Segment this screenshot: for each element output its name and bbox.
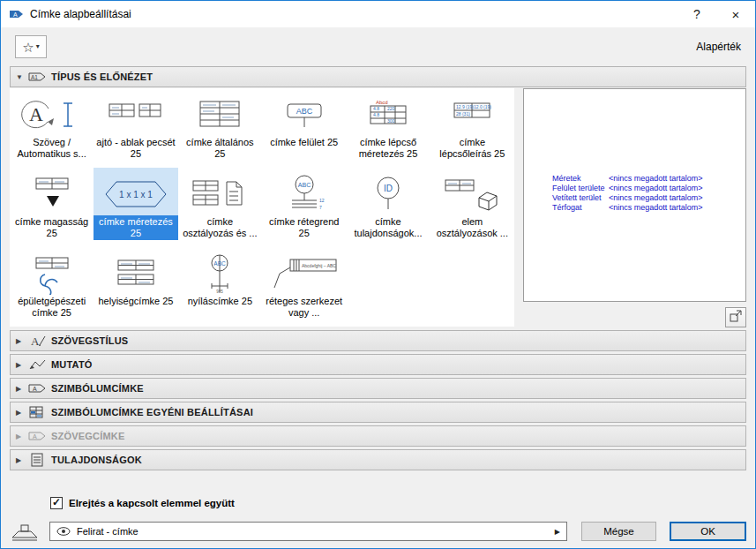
collapse-arrow-icon: ▶ bbox=[16, 361, 28, 369]
collapse-arrow-icon: ▶ bbox=[16, 409, 28, 417]
section-header-mutato[interactable]: ▶ MUTATÓ bbox=[10, 354, 746, 375]
hide-with-linked-row: ✓ Elrejtés a kapcsolt elemmel együtt bbox=[50, 497, 755, 509]
section-header-tulajdonsagok[interactable]: ▶ TULAJDONSÁGOK bbox=[10, 449, 746, 470]
svg-text:Abcd: Abcd bbox=[376, 100, 388, 105]
hide-with-linked-checkbox[interactable]: ✓ bbox=[50, 497, 63, 509]
preview-popout-button[interactable] bbox=[725, 307, 746, 327]
preview-column: Méretek<nincs megadott tartalom> Felület… bbox=[523, 88, 746, 327]
grid-item-label: címke rétegrend 25 bbox=[262, 215, 346, 240]
preview-field-value: <nincs megadott tartalom> bbox=[609, 193, 703, 202]
grid-item-label-stair-description[interactable]: 12.9 (19)12.0 (19)28 (31) címke lépcsőle… bbox=[430, 88, 514, 168]
grid-item-label: címke lépcső méretezés 25 bbox=[346, 136, 430, 161]
svg-text:220: 220 bbox=[387, 106, 395, 111]
grid-item-mep-label[interactable]: épületgépészeti címke 25 bbox=[10, 247, 94, 327]
element-settings-icon bbox=[10, 522, 41, 541]
grid-item-door-window-stamp[interactable]: ajtó - ablak pecsét 25 bbox=[94, 88, 177, 168]
label-layer-order-icon: ABC 127 bbox=[262, 168, 346, 215]
bottom-bar: Felirat - címke ▶ Mégse OK bbox=[10, 522, 746, 541]
svg-text:4.8: 4.8 bbox=[373, 106, 379, 111]
svg-text:A: A bbox=[31, 335, 40, 348]
grid-item-label: címke általános 25 bbox=[178, 136, 262, 161]
pointer-line-icon bbox=[28, 357, 51, 372]
section-header-szovegstilus[interactable]: ▶ A SZÖVEGSTÍLUS bbox=[10, 330, 746, 351]
svg-text:Abcdefghij – ABC: Abcdefghij – ABC bbox=[302, 263, 336, 268]
grid-item-composite-structure-label[interactable]: Abcdefghij – ABC réteges szerkezet vagy … bbox=[262, 247, 346, 327]
grid-item-label: címke méretezés 25 bbox=[94, 215, 177, 240]
picker-value: Felirat - címke bbox=[77, 526, 138, 537]
section-header-tipus-es-elonezet[interactable]: ▼ A1 TÍPUS ÉS ELŐNÉZET bbox=[10, 66, 746, 87]
grid-item-label: Szöveg / Automatikus s... bbox=[10, 136, 94, 161]
preview-row: Vetített terület<nincs megadott tartalom… bbox=[552, 193, 703, 203]
room-label-icon bbox=[94, 247, 177, 295]
section-label: SZÖVEGCÍMKE bbox=[51, 431, 125, 441]
toolbar: ☆ ▾ Alapérték bbox=[15, 34, 741, 59]
svg-text:4.8: 4.8 bbox=[373, 112, 379, 117]
preview-field-name: Felület területe bbox=[552, 184, 609, 193]
svg-text:985: 985 bbox=[217, 290, 224, 294]
preview-row: Méretek<nincs megadott tartalom> bbox=[552, 174, 703, 184]
favorites-button[interactable]: ☆ ▾ bbox=[15, 35, 47, 58]
collapse-arrow-icon: ▶ bbox=[16, 456, 28, 464]
label-picker-dropdown[interactable]: Felirat - címke ▶ bbox=[49, 522, 567, 541]
section-header-szimbolumcimke[interactable]: ▶ A SZIMBÓLUMCÍMKE bbox=[10, 378, 746, 399]
text-label-icon: A bbox=[28, 429, 51, 443]
section-header-szovegcimke-disabled: ▶ A SZÖVEGCÍMKE bbox=[10, 425, 746, 447]
composite-structure-label-icon: Abcdefghij – ABC bbox=[262, 247, 346, 295]
grid-item-label: helyiségcímke 25 bbox=[94, 295, 177, 320]
preview-field-name: Vetített terület bbox=[552, 193, 609, 203]
ok-button[interactable]: OK bbox=[670, 522, 746, 541]
opening-label-icon: ABC 985 bbox=[178, 247, 262, 295]
grid-item-label: nyíláscímke 25 bbox=[178, 295, 262, 320]
section-label: SZIMBÓLUMCÍMKE EGYÉNI BEÁLLÍTÁSAI bbox=[51, 407, 253, 417]
default-value-label: Alapérték bbox=[696, 41, 741, 53]
preview-label-text: Méretek<nincs megadott tartalom> Felület… bbox=[552, 174, 703, 213]
star-icon: ☆ bbox=[22, 41, 34, 54]
collapsed-sections: ▶ A SZÖVEGSTÍLUS ▶ MUTATÓ ▶ A SZIMBÓLUMC… bbox=[1, 330, 755, 470]
svg-text:ABC: ABC bbox=[214, 260, 227, 267]
grid-item-label-height[interactable]: címke magasság 25 bbox=[10, 168, 94, 247]
preview-field-value: <nincs megadott tartalom> bbox=[609, 203, 703, 212]
grid-item-label: címke magasság 25 bbox=[10, 215, 94, 240]
grid-item-text-autotext[interactable]: A Szöveg / Automatikus s... bbox=[10, 88, 94, 168]
grid-item-label-general[interactable]: címke általános 25 bbox=[178, 88, 262, 168]
section-label: SZÖVEGSTÍLUS bbox=[51, 335, 128, 346]
grid-item-label-properties[interactable]: ID címke tulajdonságok... bbox=[346, 168, 430, 247]
grid-item-label: épületgépészeti címke 25 bbox=[10, 295, 94, 320]
svg-text:300: 300 bbox=[387, 118, 395, 124]
section-header-szimbolumcimke-egyeni[interactable]: ▶ SZIMBÓLUMCÍMKE EGYÉNI BEÁLLÍTÁSAI bbox=[10, 402, 746, 423]
grid-item-element-classifications[interactable]: elem osztályozások ... bbox=[430, 168, 514, 247]
svg-text:12.9 (19): 12.9 (19) bbox=[456, 104, 474, 109]
label-type-grid: A Szöveg / Automatikus s... bbox=[10, 88, 514, 327]
mep-label-icon bbox=[10, 247, 94, 295]
svg-text:ABC: ABC bbox=[296, 107, 312, 116]
label-dimension-icon: 1 x 1 x 1 bbox=[94, 168, 177, 215]
grid-item-label-classification[interactable]: címke osztályozás és ... bbox=[178, 168, 262, 247]
label-surface-icon: ABC bbox=[262, 88, 346, 136]
grid-item-label-surface[interactable]: ABC címke felület 25 bbox=[262, 88, 346, 168]
custom-settings-grid-icon bbox=[28, 405, 51, 419]
grid-item-opening-label[interactable]: ABC 985 nyíláscímke 25 bbox=[178, 247, 262, 327]
grid-item-label-dimension[interactable]: 1 x 1 x 1 címke méretezés 25 bbox=[94, 168, 177, 247]
svg-text:A: A bbox=[33, 433, 37, 440]
help-button[interactable]: ? bbox=[677, 1, 716, 27]
svg-text:ID: ID bbox=[384, 184, 393, 193]
titlebar[interactable]: A Címke alapbeállításai ? × bbox=[1, 1, 755, 27]
popout-icon bbox=[729, 309, 743, 326]
close-button[interactable]: × bbox=[716, 1, 755, 27]
preview-field-value: <nincs megadott tartalom> bbox=[609, 184, 703, 192]
window-title: Címke alapbeállításai bbox=[30, 8, 131, 20]
grid-item-label: címke tulajdonságok... bbox=[346, 215, 430, 240]
svg-text:A1: A1 bbox=[31, 74, 38, 80]
cancel-button[interactable]: Mégse bbox=[581, 522, 656, 541]
section-label: MUTATÓ bbox=[51, 359, 93, 370]
grid-item-label: címke lépcsőleírás 25 bbox=[430, 136, 514, 161]
label-height-icon bbox=[10, 168, 94, 215]
grid-item-label: ajtó - ablak pecsét 25 bbox=[94, 136, 177, 161]
grid-item-label-stair-dimension[interactable]: Abcd 4.82204.8300 címke lépcső méretezés… bbox=[346, 88, 430, 168]
section-label: TULAJDONSÁGOK bbox=[51, 455, 142, 465]
preview-panel: Méretek<nincs megadott tartalom> Felület… bbox=[523, 88, 746, 302]
grid-item-room-label[interactable]: helyiségcímke 25 bbox=[94, 247, 177, 327]
label-tool-icon: A bbox=[9, 7, 25, 21]
grid-item-label: címke felület 25 bbox=[262, 136, 346, 161]
grid-item-label-layer-order[interactable]: ABC 127 címke rétegrend 25 bbox=[262, 168, 346, 247]
